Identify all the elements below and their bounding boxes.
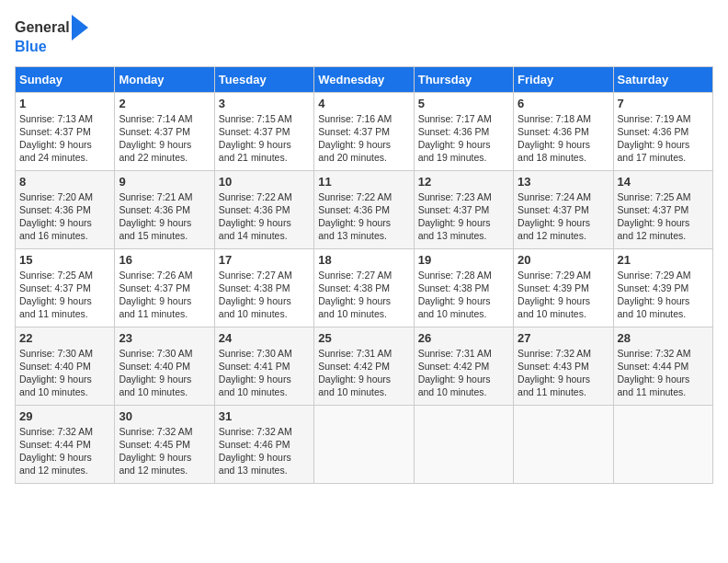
calendar-cell: 8 Sunrise: 7:20 AMSunset: 4:36 PMDayligh…: [16, 170, 115, 248]
cell-info: Sunrise: 7:29 AMSunset: 4:39 PMDaylight:…: [618, 270, 691, 320]
header-thursday: Thursday: [414, 66, 513, 92]
cell-info: Sunrise: 7:17 AMSunset: 4:36 PMDaylight:…: [418, 113, 492, 164]
svg-marker-0: [72, 15, 88, 40]
day-number: 20: [518, 253, 609, 267]
week-row-1: 1 Sunrise: 7:13 AMSunset: 4:37 PMDayligh…: [16, 92, 713, 170]
header-sunday: Sunday: [16, 66, 115, 92]
cell-info: Sunrise: 7:31 AMSunset: 4:42 PMDaylight:…: [418, 348, 492, 398]
calendar-cell: 2 Sunrise: 7:14 AMSunset: 4:37 PMDayligh…: [115, 92, 214, 170]
logo-text: General Blue: [15, 15, 88, 55]
day-number: 9: [119, 175, 210, 189]
header-tuesday: Tuesday: [214, 66, 313, 92]
cell-info: Sunrise: 7:21 AMSunset: 4:36 PMDaylight:…: [119, 191, 192, 242]
cell-info: Sunrise: 7:31 AMSunset: 4:42 PMDaylight:…: [318, 348, 392, 398]
calendar-table: SundayMondayTuesdayWednesdayThursdayFrid…: [15, 66, 713, 484]
header-friday: Friday: [514, 66, 613, 92]
day-number: 12: [418, 175, 509, 189]
cell-info: Sunrise: 7:30 AMSunset: 4:40 PMDaylight:…: [19, 348, 93, 398]
cell-info: Sunrise: 7:30 AMSunset: 4:40 PMDaylight:…: [119, 348, 192, 398]
logo-arrow-icon: [72, 15, 88, 40]
day-number: 2: [119, 97, 210, 110]
calendar-cell: 10 Sunrise: 7:22 AMSunset: 4:36 PMDaylig…: [214, 170, 313, 248]
logo: General Blue: [15, 15, 88, 55]
calendar-cell: 23 Sunrise: 7:30 AMSunset: 4:40 PMDaylig…: [115, 327, 214, 405]
day-number: 22: [19, 331, 110, 345]
day-number: 18: [318, 253, 409, 267]
calendar-cell: 22 Sunrise: 7:30 AMSunset: 4:40 PMDaylig…: [16, 327, 115, 405]
calendar-cell: 5 Sunrise: 7:17 AMSunset: 4:36 PMDayligh…: [414, 92, 513, 170]
calendar-cell: 19 Sunrise: 7:28 AMSunset: 4:38 PMDaylig…: [414, 248, 513, 327]
cell-info: Sunrise: 7:18 AMSunset: 4:36 PMDaylight:…: [518, 113, 591, 164]
calendar-cell: 14 Sunrise: 7:25 AMSunset: 4:37 PMDaylig…: [613, 170, 712, 248]
calendar-cell: [314, 405, 414, 483]
calendar-cell: 24 Sunrise: 7:30 AMSunset: 4:41 PMDaylig…: [214, 327, 313, 405]
calendar-cell: 21 Sunrise: 7:29 AMSunset: 4:39 PMDaylig…: [613, 248, 712, 327]
cell-info: Sunrise: 7:26 AMSunset: 4:37 PMDaylight:…: [119, 270, 192, 320]
calendar-cell: 30 Sunrise: 7:32 AMSunset: 4:45 PMDaylig…: [115, 405, 214, 483]
cell-info: Sunrise: 7:32 AMSunset: 4:43 PMDaylight:…: [518, 348, 591, 398]
day-number: 6: [518, 97, 609, 110]
cell-info: Sunrise: 7:14 AMSunset: 4:37 PMDaylight:…: [119, 113, 192, 164]
calendar-cell: 28 Sunrise: 7:32 AMSunset: 4:44 PMDaylig…: [613, 327, 712, 405]
calendar-cell: 25 Sunrise: 7:31 AMSunset: 4:42 PMDaylig…: [314, 327, 414, 405]
calendar-cell: 4 Sunrise: 7:16 AMSunset: 4:37 PMDayligh…: [314, 92, 414, 170]
day-number: 3: [219, 97, 310, 110]
cell-info: Sunrise: 7:20 AMSunset: 4:36 PMDaylight:…: [19, 191, 93, 242]
calendar-cell: 31 Sunrise: 7:32 AMSunset: 4:46 PMDaylig…: [214, 405, 313, 483]
week-row-4: 22 Sunrise: 7:30 AMSunset: 4:40 PMDaylig…: [16, 327, 713, 405]
day-number: 24: [219, 331, 310, 345]
calendar-cell: 17 Sunrise: 7:27 AMSunset: 4:38 PMDaylig…: [214, 248, 313, 327]
day-number: 8: [19, 175, 110, 189]
day-number: 17: [219, 253, 310, 267]
calendar-cell: 12 Sunrise: 7:23 AMSunset: 4:37 PMDaylig…: [414, 170, 513, 248]
cell-info: Sunrise: 7:32 AMSunset: 4:46 PMDaylight:…: [219, 426, 292, 477]
day-number: 25: [318, 331, 409, 345]
day-number: 13: [518, 175, 609, 189]
day-number: 14: [618, 175, 709, 189]
calendar-cell: 6 Sunrise: 7:18 AMSunset: 4:36 PMDayligh…: [514, 92, 613, 170]
calendar-cell: 7 Sunrise: 7:19 AMSunset: 4:36 PMDayligh…: [613, 92, 712, 170]
cell-info: Sunrise: 7:32 AMSunset: 4:44 PMDaylight:…: [618, 348, 691, 398]
cell-info: Sunrise: 7:32 AMSunset: 4:45 PMDaylight:…: [119, 426, 192, 477]
day-number: 29: [19, 409, 110, 423]
day-number: 21: [618, 253, 709, 267]
calendar-cell: 29 Sunrise: 7:32 AMSunset: 4:44 PMDaylig…: [16, 405, 115, 483]
day-number: 1: [19, 97, 110, 110]
calendar-cell: 26 Sunrise: 7:31 AMSunset: 4:42 PMDaylig…: [414, 327, 513, 405]
day-number: 7: [618, 97, 709, 110]
calendar-cell: 16 Sunrise: 7:26 AMSunset: 4:37 PMDaylig…: [115, 248, 214, 327]
cell-info: Sunrise: 7:24 AMSunset: 4:37 PMDaylight:…: [518, 191, 591, 242]
day-number: 26: [418, 331, 509, 345]
calendar-cell: 11 Sunrise: 7:22 AMSunset: 4:36 PMDaylig…: [314, 170, 414, 248]
calendar-cell: 1 Sunrise: 7:13 AMSunset: 4:37 PMDayligh…: [16, 92, 115, 170]
calendar-cell: 18 Sunrise: 7:27 AMSunset: 4:38 PMDaylig…: [314, 248, 414, 327]
cell-info: Sunrise: 7:22 AMSunset: 4:36 PMDaylight:…: [318, 191, 392, 242]
day-number: 28: [618, 331, 709, 345]
day-number: 27: [518, 331, 609, 345]
calendar-cell: 27 Sunrise: 7:32 AMSunset: 4:43 PMDaylig…: [514, 327, 613, 405]
cell-info: Sunrise: 7:30 AMSunset: 4:41 PMDaylight:…: [219, 348, 292, 398]
day-number: 31: [219, 409, 310, 423]
day-number: 5: [418, 97, 509, 110]
calendar-cell: [613, 405, 712, 483]
cell-info: Sunrise: 7:15 AMSunset: 4:37 PMDaylight:…: [219, 113, 292, 164]
day-number: 19: [418, 253, 509, 267]
calendar-cell: 13 Sunrise: 7:24 AMSunset: 4:37 PMDaylig…: [514, 170, 613, 248]
week-row-2: 8 Sunrise: 7:20 AMSunset: 4:36 PMDayligh…: [16, 170, 713, 248]
cell-info: Sunrise: 7:19 AMSunset: 4:36 PMDaylight:…: [618, 113, 691, 164]
header: General Blue: [15, 15, 713, 55]
day-number: 11: [318, 175, 409, 189]
calendar-cell: 20 Sunrise: 7:29 AMSunset: 4:39 PMDaylig…: [514, 248, 613, 327]
calendar-cell: 3 Sunrise: 7:15 AMSunset: 4:37 PMDayligh…: [214, 92, 313, 170]
calendar-cell: [414, 405, 513, 483]
logo-general: General: [15, 19, 70, 36]
day-number: 15: [19, 253, 110, 267]
logo-blue: Blue: [15, 39, 88, 55]
week-row-5: 29 Sunrise: 7:32 AMSunset: 4:44 PMDaylig…: [16, 405, 713, 483]
header-wednesday: Wednesday: [314, 66, 414, 92]
calendar-cell: [514, 405, 613, 483]
day-number: 10: [219, 175, 310, 189]
header-saturday: Saturday: [613, 66, 712, 92]
header-row: SundayMondayTuesdayWednesdayThursdayFrid…: [16, 66, 713, 92]
cell-info: Sunrise: 7:28 AMSunset: 4:38 PMDaylight:…: [418, 270, 492, 320]
